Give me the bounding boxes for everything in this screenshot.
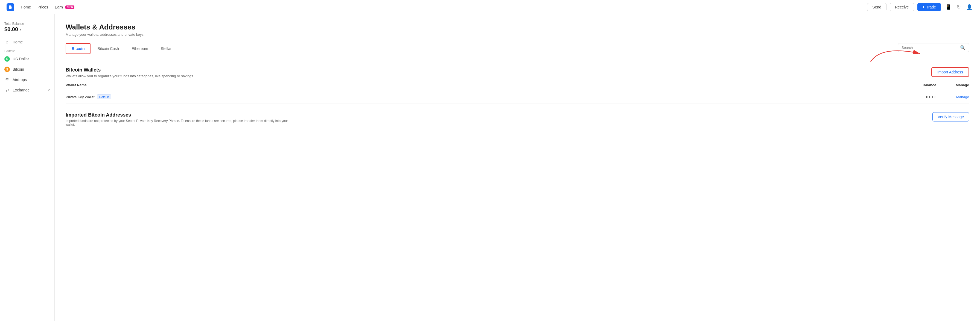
trade-plus-icon: + — [922, 5, 925, 9]
wallet-balance-cell: 0 BTC — [501, 95, 947, 99]
sidebar-airdrops-label: Airdrops — [13, 77, 50, 82]
sidebar-item-bitcoin[interactable]: ₿ Bitcoin — [0, 64, 54, 74]
imported-desc: Imported funds are not protected by your… — [65, 119, 290, 127]
wallets-section-title: Bitcoin Wallets — [65, 67, 194, 73]
imported-header-row: Imported Bitcoin Addresses Imported fund… — [65, 112, 969, 127]
nav-home[interactable]: Home — [21, 5, 31, 9]
sidebar-item-home[interactable]: ⌂ Home — [0, 37, 54, 47]
page-subtitle: Manage your wallets, addresses and priva… — [65, 33, 969, 36]
tabs-and-search-row: Bitcoin Bitcoin Cash Ethereum Stellar 🔍 — [65, 43, 969, 62]
wallet-manage-cell: Manage — [947, 95, 969, 99]
search-box: 🔍 — [898, 43, 969, 52]
mobile-icon[interactable]: 📱 — [944, 3, 952, 11]
sidebar-usdollar-label: US Dollar — [13, 57, 50, 61]
sidebar-item-exchange[interactable]: ⇄ Exchange ↗ — [0, 85, 54, 95]
receive-button[interactable]: Receive — [890, 3, 914, 11]
topnav-right: Send Receive + Trade 📱 ↻ 👤 — [867, 3, 974, 11]
portfolio-label: Portfolio — [0, 47, 54, 54]
sidebar-item-usdollar[interactable]: $ US Dollar — [0, 54, 54, 64]
sidebar-item-airdrops[interactable]: ☂ Airdrops — [0, 74, 54, 85]
usd-icon: $ — [5, 56, 10, 62]
airdrop-icon: ☂ — [5, 77, 10, 82]
verify-message-button[interactable]: Verify Message — [932, 112, 969, 122]
col-header-balance: Balance — [501, 83, 947, 87]
import-area: Import Address — [931, 67, 969, 77]
search-input[interactable] — [902, 46, 958, 50]
sidebar: Total Balance $0.00 ▾ ⌂ Home Portfolio $… — [0, 14, 55, 321]
trade-button[interactable]: + Trade — [917, 3, 941, 11]
tab-stellar[interactable]: Stellar — [155, 43, 177, 54]
table-row: Private Key Wallet Default 0 BTC Manage — [65, 91, 969, 103]
topnav-links: Home Prices Earn NEW — [21, 5, 75, 9]
send-button[interactable]: Send — [867, 3, 886, 11]
page-header: Wallets & Addresses Manage your wallets,… — [65, 23, 969, 36]
sidebar-bitcoin-label: Bitcoin — [13, 67, 50, 71]
sidebar-exchange-label: Exchange — [13, 88, 45, 92]
col-header-name: Wallet Name — [65, 83, 501, 87]
trade-label: Trade — [926, 5, 936, 9]
balance-chevron-icon[interactable]: ▾ — [20, 28, 21, 32]
wallets-section-info: Bitcoin Wallets Wallets allow you to org… — [65, 67, 194, 78]
wallets-section-header: Bitcoin Wallets Wallets allow you to org… — [65, 67, 969, 78]
nav-prices[interactable]: Prices — [37, 5, 48, 9]
wallets-section-desc: Wallets allow you to organize your funds… — [65, 74, 194, 78]
user-icon[interactable]: 👤 — [965, 3, 974, 11]
tab-bitcoin-cash[interactable]: Bitcoin Cash — [92, 43, 125, 54]
tab-bitcoin[interactable]: Bitcoin — [65, 43, 91, 54]
default-badge: Default — [97, 95, 111, 100]
home-icon: ⌂ — [5, 39, 10, 45]
tabs-bar: Bitcoin Bitcoin Cash Ethereum Stellar — [65, 43, 178, 54]
topnav: Home Prices Earn NEW Send Receive + Trad… — [0, 0, 980, 14]
page-title: Wallets & Addresses — [65, 23, 969, 32]
wallet-name-text: Private Key Wallet — [65, 95, 95, 99]
btc-icon: ₿ — [5, 66, 10, 72]
imported-info: Imported Bitcoin Addresses Imported fund… — [65, 112, 290, 127]
sidebar-home-label: Home — [13, 40, 50, 44]
import-address-button[interactable]: Import Address — [931, 67, 969, 77]
logo[interactable] — [6, 3, 14, 11]
exchange-icon: ⇄ — [5, 87, 10, 93]
search-icon[interactable]: 🔍 — [960, 45, 966, 50]
external-link-icon: ↗ — [47, 88, 50, 92]
earn-new-badge: NEW — [65, 5, 75, 9]
tab-ethereum[interactable]: Ethereum — [126, 43, 154, 54]
total-balance-area: Total Balance $0.00 ▾ — [0, 19, 54, 37]
balance-value: $0.00 ▾ — [5, 26, 50, 33]
col-header-manage: Manage — [947, 83, 969, 87]
wallet-name-cell: Private Key Wallet Default — [65, 95, 501, 100]
main-content: Wallets & Addresses Manage your wallets,… — [55, 14, 980, 321]
layout: Total Balance $0.00 ▾ ⌂ Home Portfolio $… — [0, 14, 980, 321]
manage-link[interactable]: Manage — [956, 95, 969, 99]
balance-label: Total Balance — [5, 22, 50, 26]
imported-title: Imported Bitcoin Addresses — [65, 112, 290, 118]
refresh-icon[interactable]: ↻ — [956, 3, 962, 11]
nav-earn[interactable]: Earn NEW — [55, 5, 75, 9]
imported-section: Imported Bitcoin Addresses Imported fund… — [65, 112, 969, 127]
table-header: Wallet Name Balance Manage — [65, 80, 969, 90]
